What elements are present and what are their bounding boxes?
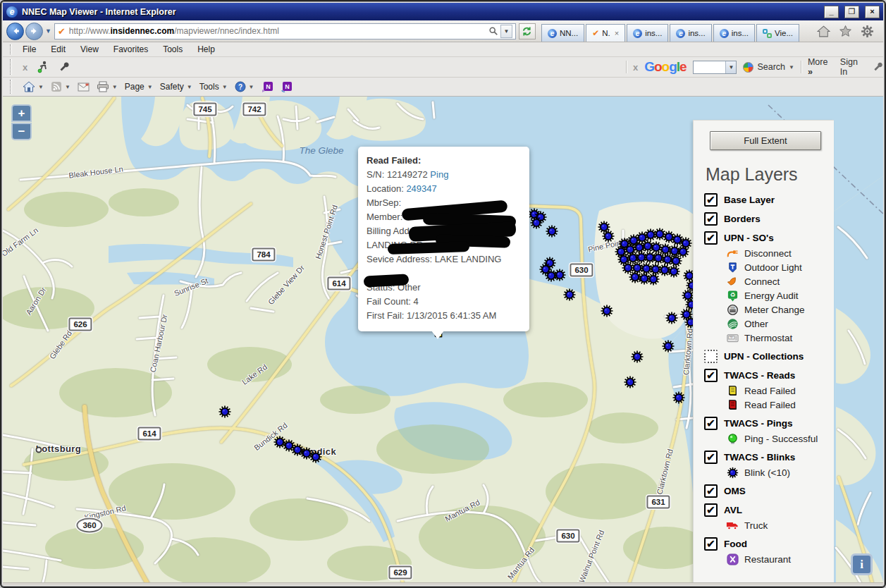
command-bar: ▼ ▼ ▼ Page▼ Safety▼ Tools▼ ? ▼ N N (3, 78, 883, 97)
blink-marker[interactable] (672, 391, 686, 405)
google-signin-button[interactable]: Sign In (840, 57, 866, 77)
blink-marker[interactable] (219, 405, 232, 419)
layer-group-label: OMS (724, 486, 746, 496)
page-menu[interactable]: Page▼ (125, 82, 153, 92)
close-button[interactable]: × (865, 6, 880, 18)
menu-view[interactable]: View (80, 44, 99, 54)
blink-marker[interactable] (546, 225, 559, 238)
google-search-dropdown[interactable]: ▼ (725, 61, 736, 73)
browser-tab-2[interactable]: ✔N.× (586, 24, 625, 42)
checkbox-base-layer[interactable]: ✔ (704, 193, 718, 207)
back-button[interactable] (6, 23, 24, 40)
menu-favorites[interactable]: Favorites (113, 44, 148, 54)
checkbox-twacs-reads[interactable]: ✔ (704, 369, 718, 382)
browser-tab-4[interactable]: eins... (670, 24, 711, 42)
blink-marker[interactable] (309, 451, 323, 464)
onenote-linked-icon: N (281, 81, 293, 92)
nav-history-dropdown[interactable]: ▼ (45, 27, 51, 35)
checkbox-twacs-blinks[interactable]: ✔ (704, 451, 718, 464)
zoom-out-button[interactable]: − (11, 123, 32, 140)
layer-group-label: UPN - SO's (724, 233, 774, 243)
checkbox-upn-collections[interactable] (704, 350, 718, 363)
refresh-button[interactable] (519, 23, 536, 39)
blink-marker[interactable] (662, 340, 675, 353)
maximize-button[interactable]: ❐ (844, 6, 859, 18)
blink-marker[interactable] (545, 269, 558, 283)
menu-edit[interactable]: Edit (51, 44, 66, 54)
legend-item-disconnect: Disconnect (726, 247, 827, 259)
help-icon: ? (235, 81, 246, 92)
read-mail-button[interactable] (78, 82, 90, 92)
tab-close-icon[interactable]: × (615, 29, 619, 37)
navigation-bar: ▼ ✔ http://www.insidennec.com/mapviewer/… (3, 20, 883, 42)
checkbox-upn-so-s[interactable]: ✔ (704, 231, 718, 245)
browser-tab-5[interactable]: eins... (713, 24, 755, 42)
menu-tools[interactable]: Tools (163, 44, 183, 54)
blink-marker[interactable] (602, 230, 615, 243)
legend-item-connect: Connect (726, 275, 827, 288)
checkbox-borders[interactable]: ✔ (704, 212, 718, 226)
safety-menu[interactable]: Safety▼ (160, 82, 192, 92)
search-icon[interactable] (488, 26, 498, 36)
toolbar-grip (10, 44, 12, 54)
legend-item-label: Read Failed (744, 400, 796, 410)
zoom-control: + − (11, 104, 32, 140)
layer-group-twacs-reads: ✔TWACS - Reads (704, 369, 827, 382)
google-wrench-icon[interactable] (873, 61, 883, 73)
meter-change-icon: 555 (726, 303, 739, 316)
ping-link[interactable]: Ping (430, 169, 448, 180)
location-link[interactable]: 249347 (406, 183, 436, 194)
favorites-star-icon[interactable] (839, 25, 852, 37)
blink-marker[interactable] (631, 350, 644, 364)
forward-button[interactable] (25, 23, 43, 40)
browser-tab-6[interactable]: Vie... (756, 24, 799, 42)
tools-menu[interactable]: Tools▼ (199, 82, 228, 92)
print-button[interactable]: ▼ (97, 81, 118, 92)
blink-marker[interactable] (624, 376, 637, 389)
menu-help[interactable]: Help (197, 44, 215, 54)
home-command-button[interactable]: ▼ (23, 81, 44, 92)
svg-text:N: N (266, 83, 271, 90)
minimize-button[interactable]: _ (824, 6, 839, 18)
wrench-icon[interactable] (59, 61, 70, 73)
google-toolbar-close-icon[interactable]: x (633, 62, 638, 73)
layer-group-label: Base Layer (724, 195, 775, 205)
legend-item-energy-audit: ♻Energy Audit (726, 289, 827, 302)
blink-marker[interactable] (601, 305, 614, 318)
google-search-button[interactable]: Search▼ (743, 62, 794, 73)
google-more-button[interactable]: More » (808, 57, 834, 77)
blink-marker[interactable] (667, 265, 681, 278)
blink-marker[interactable] (647, 273, 660, 286)
menu-file[interactable]: File (23, 44, 36, 54)
browser-tab-1[interactable]: eNN... (541, 24, 584, 42)
full-extent-button[interactable]: Full Extent (710, 131, 821, 150)
feeds-button[interactable]: ▼ (51, 81, 70, 92)
route-shield-784: 784 (252, 248, 275, 262)
zoom-in-button[interactable]: + (11, 104, 32, 122)
onenote-linked-notes-button[interactable]: N (281, 81, 293, 92)
browser-tab-3[interactable]: eins... (627, 24, 668, 42)
checkbox-food[interactable]: ✔ (704, 537, 718, 551)
checkbox-twacs-pings[interactable]: ✔ (704, 417, 718, 430)
address-bar[interactable]: ✔ http://www.insidennec.com/mapviewer/nn… (54, 23, 516, 39)
blink-marker[interactable] (665, 312, 679, 325)
google-search-input[interactable]: ▼ (693, 61, 737, 74)
help-menu[interactable]: ? ▼ (235, 81, 254, 92)
map-canvas[interactable]: The GlebeBleak House LnOld Farm LnHonest… (3, 97, 883, 582)
checkbox-avl[interactable]: ✔ (704, 503, 718, 517)
url-text[interactable]: http://www.insidennec.com/mapviewer/nnec… (69, 26, 485, 36)
send-to-onenote-button[interactable]: N (262, 81, 273, 92)
settings-gear-icon[interactable] (861, 25, 874, 38)
blink-marker[interactable] (563, 288, 577, 302)
messenger-icon[interactable] (36, 60, 50, 74)
blink-marker[interactable] (530, 216, 543, 230)
address-dropdown-button[interactable]: ▼ (500, 25, 512, 38)
info-button[interactable]: i (851, 553, 873, 575)
ie-favicon-icon: e (633, 29, 642, 38)
legend-item-label: Thermostat (744, 333, 792, 343)
checkbox-oms[interactable]: ✔ (704, 484, 718, 498)
tab-strip: eNN...✔N.×eins...eins...eins...Vie... (541, 24, 799, 42)
addon-close-icon[interactable]: x (23, 62, 27, 73)
home-icon[interactable] (817, 25, 830, 37)
legend-item-ping-successful: Ping - Successful (726, 432, 827, 445)
